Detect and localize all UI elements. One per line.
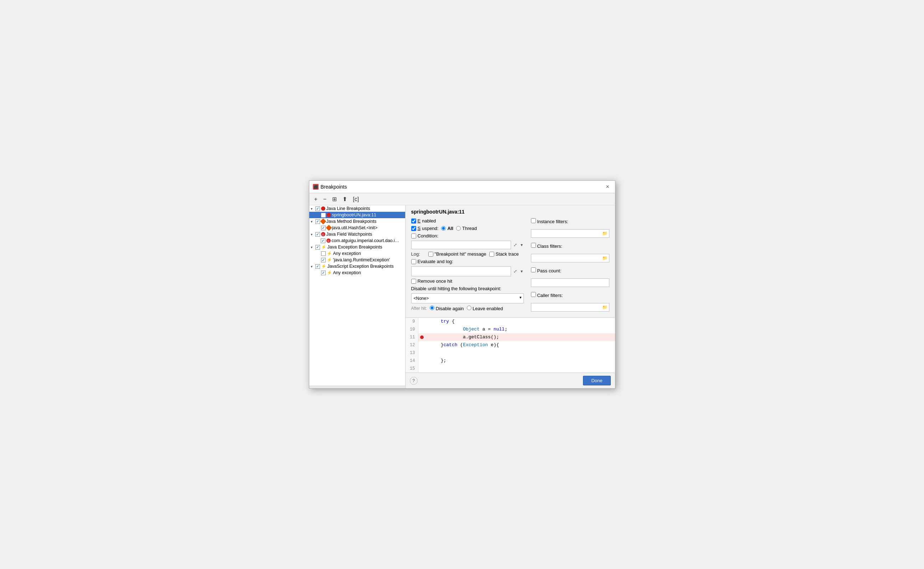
checkbox-java-method[interactable] (316, 219, 320, 224)
instance-filters-browse-button[interactable]: 📁 (601, 230, 609, 237)
instance-filters-input[interactable] (531, 230, 601, 237)
instance-filters-input-row: 📁 (531, 229, 609, 238)
checkbox-java-line[interactable] (316, 207, 320, 211)
class-filters-input-row: 📁 (531, 254, 609, 262)
disable-again-label[interactable]: Disable again (430, 306, 464, 311)
class-filters-label[interactable]: Class filters: (531, 243, 562, 249)
breakpoint-hit-checkbox[interactable] (428, 252, 433, 257)
enabled-label[interactable]: Enabled (411, 218, 436, 224)
caller-filters-checkbox[interactable] (531, 292, 536, 297)
group-button[interactable]: ⊞ (330, 195, 339, 204)
tree-item-java-line-group[interactable]: ▾ Java Line Breakpoints (309, 205, 405, 212)
remove-once-hit-label[interactable]: Remove once hit (411, 278, 452, 284)
tree-item-any-exception[interactable]: ⚡ Any exception (309, 250, 405, 257)
checkbox-springbootrun[interactable] (321, 213, 326, 218)
evaluate-text: Evaluate and log: (418, 259, 453, 264)
evaluate-label[interactable]: Evaluate and log: (411, 259, 453, 264)
line-bp-9 (418, 318, 425, 326)
code-line-15: 15 (405, 365, 615, 373)
checkbox-hashset[interactable] (321, 226, 326, 230)
tree-item-java-exception-group[interactable]: ▾ ⚡ Java Exception Breakpoints (309, 244, 405, 250)
stack-trace-checkbox[interactable] (489, 252, 494, 257)
pass-count-label[interactable]: Pass count: (531, 268, 561, 274)
condition-expand-button[interactable]: ⤢ (513, 242, 518, 248)
tree-item-java-method-group[interactable]: ▾ Java Method Breakpoints (309, 218, 405, 225)
leave-enabled-radio[interactable] (467, 306, 472, 310)
evaluate-input-row: ⤢ ▾ (411, 266, 524, 276)
checkbox-runtime-exception[interactable] (321, 258, 326, 262)
instance-filters-label[interactable]: Instance filters: (531, 218, 568, 224)
line-code-9: try { (425, 318, 455, 326)
checkbox-any-exception-js[interactable] (321, 271, 326, 275)
done-button[interactable]: Done (583, 376, 610, 385)
checkbox-java-field[interactable] (316, 232, 320, 237)
caller-filters-text: Caller filters: (537, 293, 563, 298)
remove-once-hit-checkbox[interactable] (411, 279, 416, 284)
tree-item-atguigu[interactable]: com.atguigu.imperial.court.dao.impl.Em (309, 237, 405, 244)
leave-enabled-label[interactable]: Leave enabled (467, 306, 503, 311)
all-radio-label[interactable]: All (441, 226, 453, 231)
breakpoint-hit-label[interactable]: "Breakpoint hit" message (428, 251, 486, 257)
tree-label: Any exception (333, 270, 361, 275)
after-hit-row: After hit: Disable again Leave enabled (411, 306, 524, 311)
class-filters-row: Class filters: (531, 243, 609, 249)
export-button[interactable]: ⬆ (340, 195, 349, 204)
disable-until-select[interactable]: <None> (411, 294, 524, 303)
breakpoint-icon-diamond (320, 219, 326, 225)
bolt-blue-icon: ⚡ (321, 264, 326, 269)
tree-item-any-exception-js[interactable]: ⚡ Any exception (309, 269, 405, 276)
tree-item-runtime-exception[interactable]: ⚡ 'java.lang.RuntimeException' (309, 257, 405, 263)
class-filters-input[interactable] (531, 255, 601, 261)
condition-input[interactable] (411, 240, 511, 249)
remove-breakpoint-button[interactable]: − (321, 195, 329, 204)
pass-count-input[interactable] (531, 280, 609, 286)
caller-filters-input[interactable] (531, 304, 601, 310)
chevron-icon: ▾ (311, 265, 314, 268)
tree-item-springbootrun[interactable]: springbootrUN.java:11 (309, 212, 405, 218)
leave-enabled-text: Leave enabled (472, 306, 503, 311)
checkbox-any-exception[interactable] (321, 251, 326, 256)
evaluate-checkbox[interactable] (411, 259, 416, 264)
add-breakpoint-button[interactable]: + (312, 195, 320, 204)
evaluate-dropdown-button[interactable]: ▾ (520, 268, 524, 274)
stack-trace-label[interactable]: Stack trace (489, 251, 519, 257)
tree-item-java-field-group[interactable]: ▾ Java Field Watchpoints (309, 231, 405, 237)
instance-filters-checkbox[interactable] (531, 218, 536, 223)
disable-again-radio[interactable] (430, 306, 434, 310)
class-button[interactable]: [c] (350, 195, 361, 204)
remove-once-hit-row: Remove once hit (411, 278, 524, 284)
line-code-15 (425, 365, 430, 373)
class-filters-checkbox[interactable] (531, 243, 536, 248)
help-button[interactable]: ? (410, 377, 418, 385)
evaluate-expand-button[interactable]: ⤢ (513, 268, 518, 274)
checkbox-atguigu[interactable] (321, 239, 325, 243)
caller-filters-browse-button[interactable]: 📁 (601, 304, 609, 310)
suspend-checkbox[interactable] (411, 226, 416, 231)
condition-label[interactable]: Condition: (411, 233, 438, 239)
all-radio[interactable] (441, 226, 446, 231)
caller-filters-input-row: 📁 (531, 303, 609, 312)
condition-checkbox[interactable] (411, 234, 416, 239)
line-bp-15 (418, 365, 425, 373)
evaluate-input[interactable] (411, 268, 511, 274)
condition-dropdown-button[interactable]: ▾ (520, 242, 524, 248)
close-button[interactable]: × (604, 183, 611, 191)
checkbox-java-exception[interactable] (316, 245, 320, 250)
chevron-icon: ▾ (311, 207, 314, 211)
tree-label: Any exception (333, 251, 361, 256)
thread-radio-label[interactable]: Thread (456, 226, 477, 231)
checkbox-js-exception[interactable] (316, 264, 320, 269)
enabled-checkbox[interactable] (411, 219, 416, 224)
breakpoint-icon-diamond (326, 225, 332, 231)
tree-item-hashset[interactable]: java.util.HashSet.<init> (309, 225, 405, 231)
tree-item-js-exception-group[interactable]: ▾ ⚡ JavaScript Exception Breakpoints (309, 263, 405, 269)
class-filters-browse-button[interactable]: 📁 (601, 255, 609, 261)
caller-filters-label[interactable]: Caller filters: (531, 292, 563, 298)
line-code-12: }catch (Exception e){ (425, 341, 499, 349)
line-number-10: 10 (405, 326, 418, 333)
keyword: catch (444, 342, 458, 348)
thread-radio[interactable] (456, 226, 461, 231)
enabled-text-rest: nabled (422, 218, 436, 224)
suspend-radio-group: All Thread (441, 226, 477, 231)
pass-count-checkbox[interactable] (531, 268, 536, 272)
